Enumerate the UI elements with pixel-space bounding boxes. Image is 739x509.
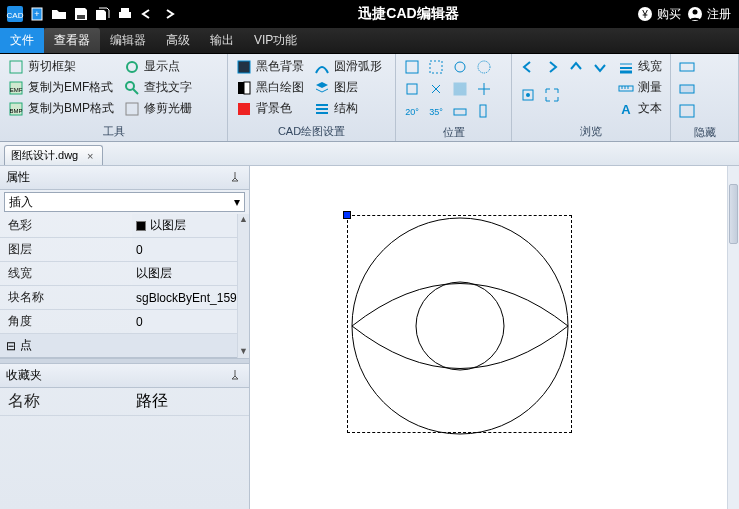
show-points-button[interactable]: 显示点: [122, 57, 194, 76]
bw-plot-button[interactable]: 黑白绘图: [234, 78, 306, 97]
save-icon[interactable]: [70, 3, 92, 25]
nav-down[interactable]: [590, 57, 610, 77]
menu-advanced[interactable]: 高级: [156, 28, 200, 53]
nav-right[interactable]: [542, 57, 562, 77]
svg-line-18: [133, 89, 138, 94]
favorites-header: 收藏夹: [0, 364, 249, 388]
close-tab-icon[interactable]: ×: [84, 150, 96, 162]
pos-btn-8[interactable]: [474, 79, 494, 99]
favorites-columns: 名称 路径: [0, 388, 249, 416]
svg-point-16: [127, 62, 137, 72]
menu-file[interactable]: 文件: [0, 28, 44, 53]
prop-row-linewidth[interactable]: 线宽 以图层: [0, 262, 249, 286]
redo-icon[interactable]: [158, 3, 180, 25]
undo-icon[interactable]: [136, 3, 158, 25]
pos-btn-3[interactable]: [450, 57, 470, 77]
svg-point-29: [455, 62, 465, 72]
text-button[interactable]: A文本: [616, 99, 664, 118]
print-icon[interactable]: [114, 3, 136, 25]
favorites-title: 收藏夹: [6, 367, 42, 384]
struct-button[interactable]: 结构: [312, 99, 384, 118]
menu-editor[interactable]: 编辑器: [100, 28, 156, 53]
new-icon[interactable]: +: [26, 3, 48, 25]
svg-rect-42: [619, 86, 633, 91]
svg-rect-32: [454, 83, 466, 95]
prop-row-blockname[interactable]: 块名称 sgBlockByEnt_1598: [0, 286, 249, 310]
document-tab-label: 图纸设计.dwg: [11, 148, 78, 163]
hide-btn-2[interactable]: [677, 79, 697, 99]
svg-text:EMF: EMF: [10, 87, 23, 93]
pos-btn-2[interactable]: [426, 57, 446, 77]
open-icon[interactable]: [48, 3, 70, 25]
struct-icon: [314, 101, 330, 117]
pos-btn-7[interactable]: [450, 79, 470, 99]
ribbon: 剪切框架 EMF复制为EMF格式 BMP复制为BMP格式 显示点 查找文字 修剪…: [0, 54, 739, 142]
svg-rect-28: [430, 61, 442, 73]
group-hide-title: 隐藏: [671, 124, 738, 142]
crop-frame-button[interactable]: 剪切框架: [6, 57, 116, 76]
find-text-button[interactable]: 查找文字: [122, 78, 194, 97]
pos-btn-10[interactable]: 35°: [426, 101, 446, 121]
pos-btn-6[interactable]: [426, 79, 446, 99]
pin-icon[interactable]: [229, 369, 243, 383]
bg-color-button[interactable]: 背景色: [234, 99, 306, 118]
point-section[interactable]: ⊟ 点: [0, 334, 249, 358]
arc-button[interactable]: 圆滑弧形: [312, 57, 384, 76]
hide-btn-1[interactable]: [677, 57, 697, 77]
selection-handle[interactable]: [343, 211, 351, 219]
register-label: 注册: [707, 6, 731, 23]
svg-point-38: [526, 93, 530, 97]
pos-btn-9[interactable]: 20°: [402, 101, 422, 121]
save-all-icon[interactable]: [92, 3, 114, 25]
work-area: 属性 插入 ▾ 色彩 以图层▾ 图层 0 线宽 以图层 块名称 sgBlockB…: [0, 166, 739, 509]
pos-btn-12[interactable]: [474, 101, 494, 121]
nav-home[interactable]: [518, 85, 538, 105]
prop-row-angle[interactable]: 角度 0: [0, 310, 249, 334]
buy-label: 购买: [657, 6, 681, 23]
group-tools-title: 工具: [0, 123, 227, 141]
svg-text:35°: 35°: [429, 107, 443, 117]
prop-row-layer[interactable]: 图层 0: [0, 238, 249, 262]
svg-rect-23: [238, 103, 250, 115]
nav-left[interactable]: [518, 57, 538, 77]
menu-viewer[interactable]: 查看器: [44, 28, 100, 53]
points-icon: [124, 59, 140, 75]
nav-up[interactable]: [566, 57, 586, 77]
layer-button[interactable]: 图层: [312, 78, 384, 97]
side-panel: 属性 插入 ▾ 色彩 以图层▾ 图层 0 线宽 以图层 块名称 sgBlockB…: [0, 166, 250, 509]
document-tab[interactable]: 图纸设计.dwg ×: [4, 145, 103, 165]
measure-button[interactable]: 测量: [616, 78, 664, 97]
insert-dropdown[interactable]: 插入 ▾: [4, 192, 245, 212]
black-bg-button[interactable]: 黑色背景: [234, 57, 306, 76]
linewidth-button[interactable]: 线宽: [616, 57, 664, 76]
prop-row-color[interactable]: 色彩 以图层▾: [0, 214, 249, 238]
layer-icon: [314, 80, 330, 96]
menu-output[interactable]: 输出: [200, 28, 244, 53]
pos-btn-5[interactable]: [402, 79, 422, 99]
svg-point-30: [478, 61, 490, 73]
properties-scrollbar[interactable]: ▲ ▼: [237, 214, 249, 358]
pos-btn-1[interactable]: [402, 57, 422, 77]
drawing-canvas[interactable]: [250, 166, 727, 509]
app-icon[interactable]: CAD: [4, 3, 26, 25]
search-icon: [124, 80, 140, 96]
hide-btn-3[interactable]: [677, 101, 697, 121]
pos-btn-11[interactable]: [450, 101, 470, 121]
group-position: 20° 35° 位置: [396, 54, 512, 141]
properties-list: 色彩 以图层▾ 图层 0 线宽 以图层 块名称 sgBlockByEnt_159…: [0, 214, 249, 358]
pin-icon[interactable]: [229, 171, 243, 185]
buy-button[interactable]: ¥购买: [637, 6, 681, 23]
trim-raster-button[interactable]: 修剪光栅: [122, 99, 194, 118]
svg-text:CAD: CAD: [7, 11, 24, 20]
register-button[interactable]: 注册: [687, 6, 731, 23]
svg-rect-22: [244, 82, 250, 94]
copy-bmp-button[interactable]: BMP复制为BMP格式: [6, 99, 116, 118]
minus-icon: ⊟: [6, 339, 16, 353]
selection-box: [347, 215, 572, 433]
quick-access-toolbar: CAD +: [0, 3, 180, 25]
copy-emf-button[interactable]: EMF复制为EMF格式: [6, 78, 116, 97]
pos-btn-4[interactable]: [474, 57, 494, 77]
menu-vip[interactable]: VIP功能: [244, 28, 307, 53]
nav-extent[interactable]: [542, 85, 562, 105]
text-icon: A: [618, 101, 634, 117]
